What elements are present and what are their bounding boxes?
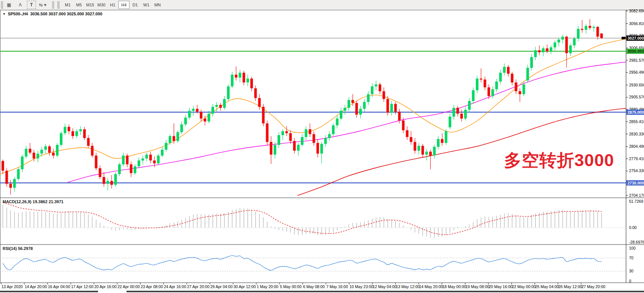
time-axis-label: 18 May 00:00: [442, 284, 466, 289]
time-axis-label: 5 May 00:00: [280, 284, 302, 289]
chart-text-annotation[interactable]: 多空转折3000: [504, 149, 614, 172]
price-axis-label: 2930.650: [629, 83, 644, 87]
bull-candle: [433, 147, 436, 155]
macd-axis-label: 51.7269: [629, 199, 643, 204]
bear-candle: [312, 134, 315, 143]
bear-candle: [394, 104, 397, 112]
macd-indicator-label: MACD(12,26,9) 19.3862 21.3971: [3, 199, 64, 204]
bull-candle: [13, 179, 16, 187]
bull-candle: [161, 150, 164, 156]
time-axis-label: 24 Apr 16:00: [164, 284, 186, 289]
bull-candle: [468, 101, 471, 110]
bull-candle: [60, 133, 62, 145]
time-axis-label: 25 May 04:00: [535, 284, 559, 289]
bull-candle: [208, 114, 210, 122]
bear-candle: [153, 161, 156, 164]
price-axis-label: 2754.330: [629, 168, 644, 173]
bull-candle: [180, 124, 183, 132]
bull-candle: [592, 27, 595, 28]
bull-candle: [114, 174, 117, 185]
bull-candle: [390, 104, 393, 113]
symbol-timeframe-label: SP500-,H4: [8, 12, 28, 16]
bull-candle: [558, 40, 560, 43]
bull-candle: [169, 136, 171, 143]
bull-candle: [418, 146, 420, 151]
bull-candle: [344, 108, 346, 111]
bottom-scrollbar-track[interactable]: [126, 291, 644, 292]
bull-candle: [215, 105, 218, 107]
bear-candle: [398, 112, 401, 120]
bear-candle: [126, 156, 128, 164]
bull-candle: [227, 86, 230, 99]
bear-candle: [200, 112, 202, 119]
bull-candle: [177, 132, 179, 141]
time-axis-label: 10 May 23:00: [350, 284, 373, 289]
bear-candle: [91, 146, 94, 156]
time-axis-label: 17 Apr 12:00: [71, 284, 94, 289]
bear-candle: [480, 79, 482, 80]
bear-candle: [511, 74, 513, 82]
bear-candle: [103, 177, 105, 184]
bear-candle: [581, 29, 583, 30]
time-axis[interactable]: 13 Apr 202014 Apr 20:0016 Apr 04:0017 Ap…: [1, 283, 605, 289]
time-axis-label: 13 May 12:00: [396, 284, 420, 289]
time-axis-label: 20 May 16:00: [489, 284, 513, 289]
bear-candle: [546, 48, 549, 51]
bear-candle: [309, 129, 311, 134]
bull-candle: [491, 89, 494, 96]
bear-candle: [48, 146, 51, 153]
collapse-triangle-icon[interactable]: ▼: [3, 12, 6, 16]
bull-candle: [472, 90, 474, 101]
macd-axis-label: 0.00: [629, 225, 637, 230]
bull-candle: [79, 129, 82, 131]
bear-candle: [519, 91, 521, 94]
bull-candle: [192, 109, 195, 111]
bull-candle: [141, 159, 144, 161]
time-axis-label: 16 Apr 04:00: [48, 284, 70, 289]
price-axis[interactable]: 3082.6503056.8103031.7303006.6502981.570…: [626, 9, 644, 198]
bull-candle: [534, 50, 537, 57]
bottom-scrollbar[interactable]: [0, 291, 98, 292]
bear-candle: [149, 155, 152, 161]
time-axis-label: 27 May 20:00: [582, 284, 605, 289]
bull-candle: [452, 108, 455, 116]
time-axis-label: 6 May 08:00: [303, 284, 325, 289]
chart-canvas[interactable]: 3082.6503056.8103031.7303006.6502981.570…: [0, 0, 644, 293]
bull-candle: [165, 143, 167, 150]
bull-candle: [21, 156, 24, 169]
bear-candle: [1, 161, 4, 171]
bear-candle: [507, 67, 510, 74]
bull-candle: [328, 134, 331, 138]
bull-candle: [301, 137, 303, 145]
bull-candle: [324, 138, 327, 144]
bear-candle: [99, 168, 101, 177]
rsi-axis-label: 100: [629, 246, 636, 250]
macd-panel[interactable]: 51.72690.00-28.6976: [0, 199, 644, 244]
bull-candle: [445, 131, 447, 143]
bull-candle: [157, 156, 160, 164]
bear-candle: [130, 164, 132, 173]
rsi-panel[interactable]: 10070300: [0, 246, 636, 283]
bear-candle: [235, 75, 237, 78]
bear-candle: [29, 149, 31, 153]
bear-candle: [285, 131, 288, 133]
bear-candle: [410, 137, 412, 142]
bear-candle: [219, 105, 222, 108]
bull-candle: [122, 156, 125, 164]
bear-candle: [402, 120, 405, 130]
bear-candle: [429, 152, 432, 155]
rsi-axis-label: 30: [629, 269, 634, 273]
bull-candle: [375, 85, 377, 86]
rsi-line: [3, 256, 602, 271]
bear-candle: [355, 103, 358, 115]
bear-candle: [406, 130, 409, 137]
price-axis-label: 2905.570: [629, 95, 644, 99]
bear-candle: [457, 108, 459, 114]
bear-candle: [600, 33, 603, 38]
price-level-box-label: 2875.000: [628, 110, 644, 115]
bull-candle: [585, 26, 587, 30]
bull-candle: [274, 145, 276, 155]
bull-candle: [305, 129, 307, 137]
price-level-box-label: 2730.000: [628, 181, 644, 185]
bear-candle: [596, 27, 599, 37]
